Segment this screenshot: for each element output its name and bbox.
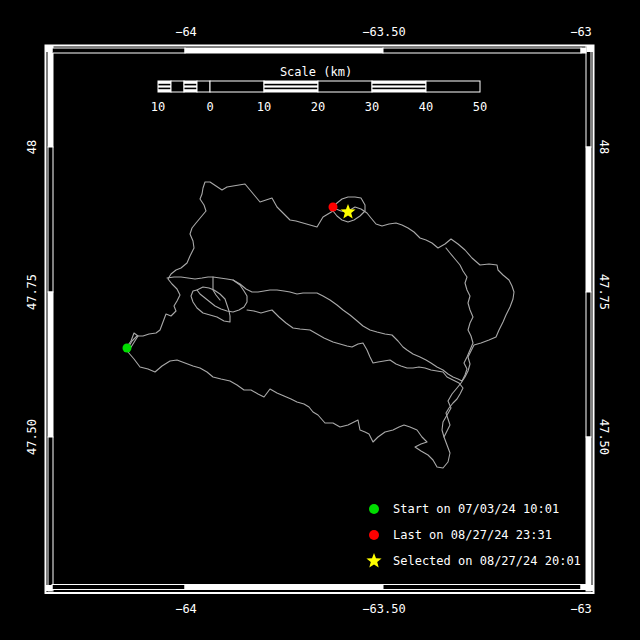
scalebar-cell	[264, 81, 318, 92]
frame-band-segment	[48, 292, 53, 437]
legend-label-2: Selected on 08/27/24 20:01	[393, 554, 581, 568]
x-axis-tick-label-top: −63.50	[362, 25, 405, 39]
scalebar-stripe	[373, 88, 426, 90]
frame-corner	[46, 46, 53, 52]
frame-band-segment	[586, 292, 591, 437]
frame-corner	[587, 585, 594, 591]
y-axis-tick-label-right: 47.75	[597, 274, 611, 310]
track-path[interactable]	[247, 310, 463, 437]
frame-band-segment	[48, 46, 53, 147]
scalebar-tick-label: 10	[257, 100, 271, 114]
scalebar-tick-label: 10	[151, 100, 165, 114]
map-canvas[interactable]	[0, 0, 640, 640]
scalebar-cell	[197, 81, 210, 92]
track-path[interactable]	[167, 248, 473, 381]
scalebar-stripe	[159, 88, 171, 90]
track-path[interactable]	[213, 277, 220, 300]
y-axis-tick-label-left: 48	[25, 140, 39, 154]
scalebar-stripe	[265, 88, 318, 90]
scalebar-tick-label: 30	[365, 100, 379, 114]
frame-band-segment	[581, 48, 586, 53]
scalebar-tick-label: 40	[419, 100, 433, 114]
frame-band-segment	[48, 147, 53, 292]
frame-band-segment	[581, 585, 586, 590]
frame-band-segment	[185, 585, 383, 590]
legend-label-1: Last on 08/27/24 23:31	[393, 528, 552, 542]
scalebar-tick-label: 20	[311, 100, 325, 114]
y-axis-tick-label-right: 47.50	[597, 419, 611, 455]
scalebar-cell	[210, 81, 264, 92]
x-axis-tick-label-bottom: −64	[175, 602, 197, 616]
legend-marker-1[interactable]	[369, 530, 379, 540]
scalebar-stripe	[159, 84, 171, 86]
scalebar-stripe	[373, 84, 426, 86]
scalebar-stripe	[265, 84, 318, 86]
scalebar-tick-label: 50	[473, 100, 487, 114]
scalebar-tick-label: 0	[206, 100, 213, 114]
y-axis-tick-label-right: 48	[597, 140, 611, 154]
frame-band-segment	[586, 46, 591, 147]
scalebar-cell	[158, 81, 171, 92]
x-axis-tick-label-top: −63	[570, 25, 592, 39]
frame-band-segment	[52, 48, 185, 53]
scalebar-cell	[372, 81, 426, 92]
scalebar-cell	[184, 81, 197, 92]
scalebar-cell	[426, 81, 480, 92]
frame-band-segment	[52, 585, 185, 590]
frame-band-segment	[185, 48, 383, 53]
frame-band-segment	[383, 48, 581, 53]
x-axis-tick-label-bottom: −63	[570, 602, 592, 616]
scalebar-cell	[171, 81, 184, 92]
frame-corner	[46, 585, 53, 591]
track-path[interactable]	[126, 207, 514, 468]
scalebar-cell	[318, 81, 372, 92]
scalebar-stripe	[185, 84, 197, 86]
legend-marker-0[interactable]	[369, 504, 379, 514]
scalebar-stripe	[185, 88, 197, 90]
frame-band-segment	[586, 147, 591, 292]
track-plot: Scale (km) −64−63.50−63−64−63.50−634847.…	[0, 0, 640, 640]
frame-band-segment	[586, 437, 591, 591]
start-marker[interactable]	[123, 344, 132, 353]
selected-marker[interactable]	[340, 204, 355, 219]
frame-band-segment	[383, 585, 581, 590]
x-axis-tick-label-top: −64	[175, 25, 197, 39]
frame-band-segment	[48, 437, 53, 591]
frame-corner	[587, 46, 594, 52]
legend-marker-2[interactable]	[366, 553, 381, 568]
legend-label-0: Start on 07/03/24 10:01	[393, 502, 559, 516]
last-marker[interactable]	[329, 203, 338, 212]
track-path[interactable]	[191, 287, 230, 322]
x-axis-tick-label-bottom: −63.50	[362, 602, 405, 616]
y-axis-tick-label-left: 47.50	[25, 419, 39, 455]
y-axis-tick-label-left: 47.75	[25, 274, 39, 310]
scalebar-title: Scale (km)	[280, 65, 352, 79]
